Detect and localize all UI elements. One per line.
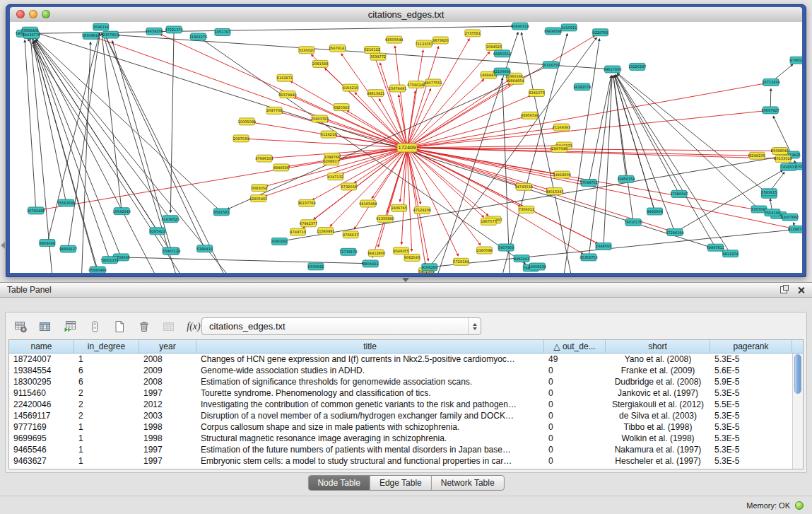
tab-network-table[interactable]: Network Table — [432, 476, 504, 490]
graph-node[interactable]: 31288735 — [788, 226, 802, 233]
graph-node[interactable]: 85880984 — [88, 267, 106, 273]
graph-node[interactable]: 4492906 — [647, 208, 662, 215]
graph-node[interactable]: 1098766 — [324, 153, 340, 160]
graph-node[interactable]: 36237769 — [298, 199, 315, 206]
graph-node[interactable]: 2047738 — [266, 107, 282, 114]
graph-node[interactable]: 58309610 — [82, 32, 100, 39]
table-cell[interactable]: Franke et al. (2009) — [606, 365, 710, 376]
table-cell[interactable]: 6 — [74, 365, 139, 376]
graph-edge[interactable] — [33, 41, 101, 273]
table-cell[interactable]: Tourette syndrome. Phenomenology and cla… — [196, 387, 544, 399]
graph-edge[interactable] — [407, 52, 490, 148]
table-cell[interactable]: 5.3E-5 — [710, 387, 792, 399]
graph-edge[interactable] — [372, 148, 407, 199]
graph-edge[interactable] — [407, 148, 428, 261]
graph-edge[interactable] — [563, 39, 599, 273]
graph-node[interactable]: 14418009 — [553, 171, 570, 178]
graph-edge[interactable] — [35, 40, 170, 219]
table-cell[interactable]: 2008 — [139, 354, 196, 365]
graph-edge[interactable] — [618, 74, 770, 195]
graph-node[interactable]: 66374449 — [278, 91, 296, 98]
table-cell[interactable]: 1997 — [139, 387, 196, 399]
table-row[interactable]: 946554611997Estimation of the future num… — [9, 444, 803, 455]
graph-node[interactable]: 82106693 — [493, 68, 511, 75]
float-panel-icon[interactable] — [780, 286, 787, 293]
graph-node[interactable]: 10542648 — [112, 208, 130, 215]
table-cell[interactable]: 18300295 — [9, 376, 74, 387]
graph-node[interactable]: 57296194 — [666, 229, 683, 236]
graph-node[interactable]: 2344593 — [596, 243, 611, 250]
graph-node[interactable]: 172409 — [397, 144, 417, 152]
graph-node[interactable]: 5407903 — [498, 244, 514, 251]
graph-edge[interactable] — [614, 76, 654, 211]
graph-node[interactable]: 3083054 — [252, 185, 267, 192]
graph-node[interactable]: 55697927 — [761, 107, 779, 114]
table-cell[interactable]: Yano et al. (2008) — [606, 354, 710, 365]
table-cell[interactable]: 5.6E-5 — [710, 365, 792, 376]
table-cell[interactable]: 0 — [544, 433, 606, 444]
table-cell[interactable]: Wolkin et al. (1998) — [606, 433, 710, 444]
graph-node[interactable]: 8809049 — [40, 240, 55, 247]
graph-node[interactable]: 67560246 — [407, 81, 425, 88]
close-panel-icon[interactable] — [797, 286, 805, 294]
vertical-scrollbar[interactable] — [792, 354, 803, 469]
graph-node[interactable]: 6162871 — [277, 74, 293, 81]
graph-node[interactable]: 34743539 — [514, 183, 532, 190]
new-document-button[interactable] — [110, 317, 129, 336]
function-builder-button[interactable]: f(x) — [184, 317, 203, 336]
table-cell[interactable]: 22420046 — [9, 399, 74, 410]
column-header-name[interactable]: name — [9, 340, 74, 353]
table-row[interactable]: 1830029562008Estimation of significance … — [9, 376, 803, 387]
table-row[interactable]: 2242004622012Investigating the contribut… — [9, 399, 803, 410]
column-header-pagerank[interactable]: pagerank — [710, 340, 792, 353]
graph-node[interactable]: 4949336 — [273, 164, 289, 171]
table-cell[interactable]: Investigating the contribution of common… — [196, 399, 544, 410]
table-cell[interactable]: 5.3E-5 — [710, 410, 792, 421]
table-cell[interactable]: 9463627 — [9, 455, 74, 467]
graph-node[interactable]: 95358753 — [579, 254, 597, 261]
graph-node[interactable]: 56713439 — [762, 79, 779, 86]
graph-edge[interactable] — [104, 33, 205, 249]
table-cell[interactable]: 1 — [74, 421, 139, 433]
graph-node[interactable]: 6216122 — [365, 47, 380, 54]
graph-node[interactable]: 34382074 — [573, 83, 591, 90]
table-cell[interactable]: Dudbridge et al. (2008) — [606, 376, 710, 387]
tab-edge-table[interactable]: Edge Table — [370, 476, 432, 490]
zoom-window-icon[interactable] — [42, 10, 50, 18]
graph-node[interactable]: 4190262 — [271, 238, 287, 245]
table-cell[interactable]: 0 — [544, 410, 606, 421]
graph-node[interactable]: 6732038 — [341, 183, 357, 190]
graph-edge[interactable] — [407, 148, 459, 256]
table-cell[interactable]: Estimation of the future numbers of pati… — [196, 444, 544, 455]
table-cell[interactable]: 1998 — [139, 433, 196, 444]
graph-node[interactable]: 9168289 — [422, 264, 437, 271]
graph-node[interactable]: 67942377 — [300, 220, 317, 227]
graph-node[interactable]: 69997811 — [707, 244, 724, 251]
graph-node[interactable]: 9611974 — [722, 250, 738, 257]
delete-table-button[interactable] — [135, 317, 153, 336]
graph-node[interactable]: 9082043 — [404, 254, 420, 261]
column-header-out_de[interactable]: △ out_de... — [544, 340, 606, 353]
graph-edge[interactable] — [407, 39, 469, 148]
graph-node[interactable]: 6920343 — [334, 104, 349, 111]
table-cell[interactable]: 1 — [74, 354, 139, 365]
table-cell[interactable]: Nakamura et al. (1997) — [606, 444, 710, 455]
graph-node[interactable]: 8804421 — [363, 260, 378, 267]
table-row[interactable]: 1938455462009Genome-wide association stu… — [9, 365, 803, 376]
graph-node[interactable]: 35679141 — [329, 45, 346, 52]
graph-node[interactable]: 60840319 — [511, 23, 529, 30]
table-cell[interactable]: 2 — [74, 387, 139, 399]
tab-node-table[interactable]: Node Table — [308, 476, 370, 490]
scrollbar-thumb[interactable] — [794, 354, 801, 394]
graph-node[interactable]: 1051767 — [215, 29, 230, 36]
table-cell[interactable]: 0 — [544, 365, 606, 376]
graph-node[interactable]: 8873620 — [433, 37, 448, 44]
graph-edge[interactable] — [407, 47, 439, 148]
graph-edge[interactable] — [33, 41, 66, 203]
graph-node[interactable]: 4790101 — [790, 57, 802, 64]
table-cell[interactable]: 0 — [544, 399, 606, 410]
graph-node[interactable]: 7418503 — [780, 163, 796, 170]
column-header-title[interactable]: title — [196, 340, 544, 353]
graph-node[interactable]: 25603783 — [311, 115, 329, 122]
graph-node[interactable]: 97221370 — [165, 26, 182, 33]
